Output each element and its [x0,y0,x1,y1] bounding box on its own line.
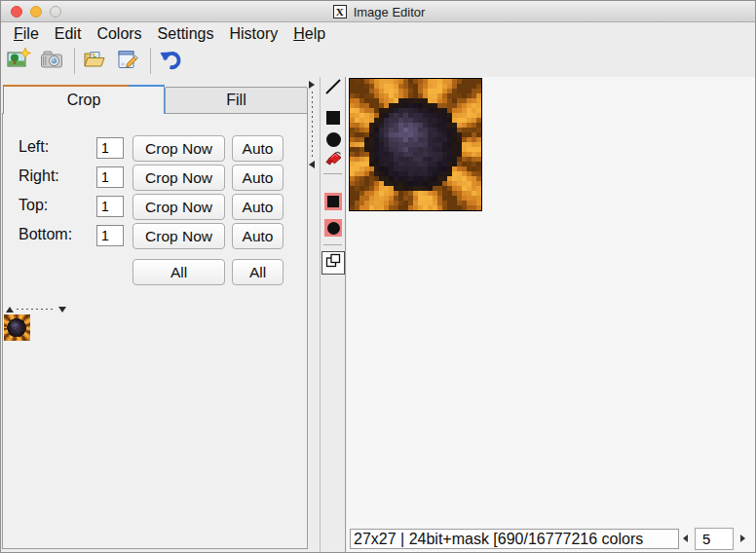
crop-bottom-now-button[interactable]: Crop Now [132,223,225,249]
save-button[interactable] [115,49,140,74]
camera-icon [39,47,64,76]
new-image-icon [6,47,31,76]
crop-bottom-input[interactable] [96,225,124,246]
filled-square-icon [327,196,339,207]
tool-separator [323,173,342,174]
overlapping-rectangles-icon [324,252,342,274]
splitter-dots [312,92,313,158]
crop-top-input[interactable] [96,196,124,217]
tool-filled-ellipse[interactable] [322,217,344,239]
fill-style-square-swatch [324,193,342,210]
tool-line[interactable] [322,78,344,99]
fill-style-circle-swatch [324,219,342,237]
image-thumbnail[interactable] [4,314,30,341]
close-button[interactable] [11,6,22,18]
crop-left-label: Left: [19,138,94,160]
tool-rectangle[interactable] [322,107,344,129]
crop-bottom-auto-button[interactable]: Auto [232,223,284,249]
app-window: X Image Editor File Edit Colors Settings… [0,0,756,553]
zoom-level-input[interactable] [695,528,734,550]
crop-left-now-button[interactable]: Crop Now [132,135,225,162]
image-canvas[interactable] [350,79,481,210]
save-icon [115,47,140,76]
tab-fill[interactable]: Fill [165,87,308,114]
zoom-increase-arrow[interactable] [740,535,745,542]
menu-help[interactable]: Help [285,22,333,45]
crop-all-button[interactable]: All [132,259,225,285]
crop-right-now-button[interactable]: Crop Now [132,165,225,191]
crop-right-input[interactable] [96,166,124,188]
filled-circle-icon [327,222,340,235]
crop-left-auto-button[interactable]: Auto [232,135,284,162]
filled-circle-icon [326,132,341,147]
horizontal-splitter-handle[interactable] [6,305,66,313]
window-title: Image Editor [354,5,426,19]
tool-separator [323,244,342,245]
crop-top-now-button[interactable]: Crop Now [132,194,225,220]
tool-filled-rectangle[interactable] [322,191,344,212]
filled-square-icon [326,111,340,125]
vertical-splitter-handle[interactable] [308,81,316,168]
collapse-down-icon [58,307,66,313]
canvas-area: 27x27 | 24bit+mask [690/16777216 colors [347,77,756,553]
menu-colors[interactable]: Colors [89,22,149,45]
crop-bottom-label: Bottom: [19,226,94,247]
crop-top-auto-button[interactable]: Auto [232,194,284,220]
crop-left-input[interactable] [96,137,124,159]
tool-zoom-box[interactable] [321,251,345,275]
thumbnail-canvas[interactable] [4,314,30,341]
menu-edit[interactable]: Edit [47,22,90,45]
open-folder-icon [82,47,107,76]
undo-icon [158,47,183,76]
x11-app-icon: X [333,5,347,18]
crop-right-label: Right: [19,167,94,189]
acquire-camera-button[interactable] [39,49,64,74]
menu-settings[interactable]: Settings [150,22,222,45]
toolbar [1,45,756,77]
crop-right-auto-button[interactable]: Auto [232,165,284,191]
zoom-window-button[interactable] [50,6,61,18]
menu-file[interactable]: File [6,22,47,45]
tab-crop[interactable]: Crop [3,85,165,114]
toolbar-separator [150,48,151,74]
menu-history[interactable]: History [221,22,285,45]
new-image-button[interactable] [6,49,31,74]
title-group: X Image Editor [1,1,756,22]
line-tool-icon [323,77,343,100]
tool-flood-fill[interactable] [322,148,344,169]
status-info: 27x27 | 24bit+mask [690/16777216 colors [350,529,679,549]
collapse-left-icon [309,161,315,168]
collapse-up-icon [6,307,14,313]
auto-all-button[interactable]: All [232,259,284,285]
collapse-right-icon [309,81,315,89]
crop-top-label: Top: [19,197,94,218]
tool-palette [320,77,346,553]
splitter-dots [17,309,56,310]
minimize-button[interactable] [30,6,42,18]
menubar: File Edit Colors Settings History Help [1,22,756,45]
paint-bucket-icon [322,146,344,171]
zoom-decrease-arrow[interactable] [683,535,688,542]
undo-button[interactable] [158,49,183,74]
titlebar[interactable]: X Image Editor [1,1,756,22]
image-frame [349,78,482,211]
toolbar-separator [74,48,75,74]
open-button[interactable] [82,49,107,74]
